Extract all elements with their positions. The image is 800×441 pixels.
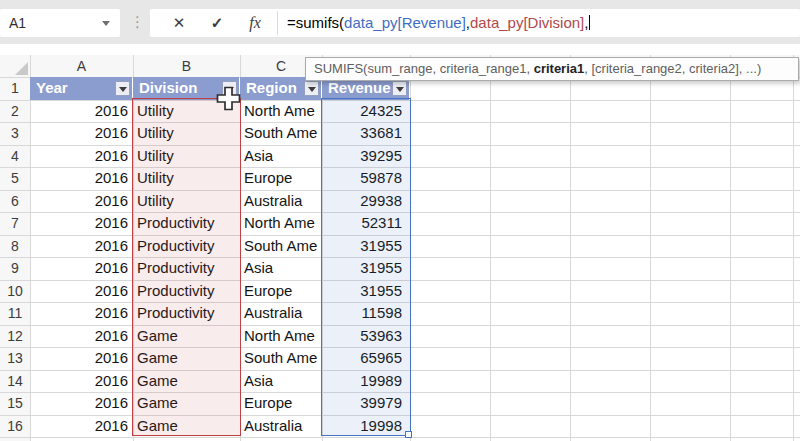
tooltip-current-arg: criteria1 — [534, 61, 585, 76]
cell-year[interactable]: 2016 — [30, 122, 128, 145]
cell-division[interactable]: Game — [133, 347, 240, 370]
cell-region[interactable]: South Ame — [240, 347, 322, 370]
enter-icon[interactable]: ✓ — [202, 9, 232, 37]
row-header-1[interactable]: 1 — [0, 77, 30, 100]
column-header-a[interactable]: A — [30, 55, 133, 77]
row-header-11[interactable]: 11 — [0, 302, 30, 325]
row-header-10[interactable]: 10 — [0, 280, 30, 303]
cell-division[interactable]: Utility — [133, 145, 240, 168]
cell-region[interactable]: North Ame — [240, 100, 322, 123]
row-header-3[interactable]: 3 — [0, 122, 30, 145]
cell-region[interactable]: Asia — [240, 257, 322, 280]
cell-year[interactable]: 2016 — [30, 100, 128, 123]
function-tooltip: SUMIFS(sum_range, criteria_range1, crite… — [305, 57, 799, 81]
formula-bar-drag-handle[interactable]: ⋮ — [130, 8, 144, 36]
cell-revenue[interactable]: 53963 — [322, 325, 402, 348]
row-header-17[interactable]: 17 — [0, 437, 30, 441]
cell-revenue[interactable]: 33681 — [322, 122, 402, 145]
cell-year[interactable]: 2016 — [30, 325, 128, 348]
cell-year[interactable]: 2016 — [30, 167, 128, 190]
insert-function-icon[interactable]: fx — [240, 9, 270, 37]
cell-revenue[interactable]: 59878 — [322, 167, 402, 190]
cell-division[interactable]: Productivity — [133, 235, 240, 258]
row-header-13[interactable]: 13 — [0, 347, 30, 370]
column-header-b[interactable]: B — [133, 55, 240, 77]
cell-division[interactable]: Game — [133, 325, 240, 348]
cell-division[interactable]: Game — [133, 392, 240, 415]
name-box-dropdown-icon[interactable] — [102, 21, 110, 26]
cell-revenue[interactable]: 19998 — [322, 415, 402, 438]
cell-division[interactable]: Productivity — [133, 302, 240, 325]
cell-division[interactable]: Game — [133, 370, 240, 393]
filter-button-year[interactable] — [115, 81, 130, 96]
cell-region[interactable]: Australia — [240, 190, 322, 213]
cell-revenue[interactable]: 24325 — [322, 100, 402, 123]
row-header-4[interactable]: 4 — [0, 145, 30, 168]
cell-division[interactable]: Productivity — [133, 280, 240, 303]
name-box-value: A1 — [9, 9, 26, 37]
cell-revenue[interactable]: 31955 — [322, 235, 402, 258]
cell-division[interactable]: Utility — [133, 122, 240, 145]
row-header-7[interactable]: 7 — [0, 212, 30, 235]
row-header-8[interactable]: 8 — [0, 235, 30, 258]
cell-year[interactable]: 2016 — [30, 212, 128, 235]
cell-region[interactable]: South Ame — [240, 235, 322, 258]
row-header-16[interactable]: 16 — [0, 415, 30, 438]
cell-region[interactable]: North Ame — [240, 325, 322, 348]
cell-division[interactable]: Game — [133, 415, 240, 438]
cell-division[interactable]: Utility — [133, 167, 240, 190]
gridline-vertical — [793, 55, 794, 441]
filter-button-revenue[interactable] — [392, 81, 407, 96]
cell-year[interactable]: 2016 — [30, 392, 128, 415]
row-header-9[interactable]: 9 — [0, 257, 30, 280]
formula-bar-separator — [277, 11, 278, 35]
cancel-icon[interactable]: ✕ — [164, 9, 194, 37]
cell-revenue[interactable]: 39295 — [322, 145, 402, 168]
cell-region[interactable]: Europe — [240, 392, 322, 415]
formula-bar[interactable]: ✕ ✓ fx =sumifs(data_py[Revenue],data_py[… — [150, 9, 800, 37]
cell-year[interactable]: 2016 — [30, 280, 128, 303]
filter-button-region[interactable] — [304, 81, 319, 96]
cell-division[interactable]: Productivity — [133, 212, 240, 235]
cell-year[interactable]: 2016 — [30, 257, 128, 280]
row-header-14[interactable]: 14 — [0, 370, 30, 393]
cell-region[interactable]: South Ame — [240, 122, 322, 145]
range-fill-handle[interactable] — [405, 431, 412, 438]
cell-revenue[interactable]: 52311 — [322, 212, 402, 235]
select-all-button[interactable] — [0, 55, 30, 77]
cell-year[interactable]: 2016 — [30, 190, 128, 213]
cell-region[interactable]: Asia — [240, 370, 322, 393]
cell-year[interactable]: 2016 — [30, 302, 128, 325]
filter-dropdown-icon — [308, 87, 316, 92]
name-box[interactable]: A1 — [0, 9, 120, 37]
row-header-2[interactable]: 2 — [0, 100, 30, 123]
cell-region[interactable]: Europe — [240, 280, 322, 303]
cell-region[interactable]: Australia — [240, 415, 322, 438]
cell-revenue[interactable]: 65965 — [322, 347, 402, 370]
cell-revenue[interactable]: 11598 — [322, 302, 402, 325]
row-header-6[interactable]: 6 — [0, 190, 30, 213]
cell-year[interactable]: 2016 — [30, 145, 128, 168]
cell-year[interactable]: 2016 — [30, 347, 128, 370]
cell-year[interactable]: 2016 — [30, 370, 128, 393]
row-header-12[interactable]: 12 — [0, 325, 30, 348]
cell-year[interactable]: 2016 — [30, 415, 128, 438]
row-header-5[interactable]: 5 — [0, 167, 30, 190]
cell-division[interactable]: Productivity — [133, 257, 240, 280]
gridline-horizontal — [0, 437, 800, 438]
cell-revenue[interactable]: 29938 — [322, 190, 402, 213]
cell-region[interactable]: North Ame — [240, 212, 322, 235]
gridline-vertical — [650, 55, 651, 441]
cell-region[interactable]: Europe — [240, 167, 322, 190]
row-header-15[interactable]: 15 — [0, 392, 30, 415]
cell-region[interactable]: Asia — [240, 145, 322, 168]
cell-division[interactable]: Utility — [133, 190, 240, 213]
cell-revenue[interactable]: 31955 — [322, 257, 402, 280]
cell-year[interactable]: 2016 — [30, 235, 128, 258]
cell-revenue[interactable]: 39979 — [322, 392, 402, 415]
filter-dropdown-icon — [396, 87, 404, 92]
formula-input[interactable]: =sumifs(data_py[Revenue],data_py[Divisio… — [287, 9, 796, 37]
cell-revenue[interactable]: 31955 — [322, 280, 402, 303]
cell-region[interactable]: Australia — [240, 302, 322, 325]
cell-revenue[interactable]: 19989 — [322, 370, 402, 393]
